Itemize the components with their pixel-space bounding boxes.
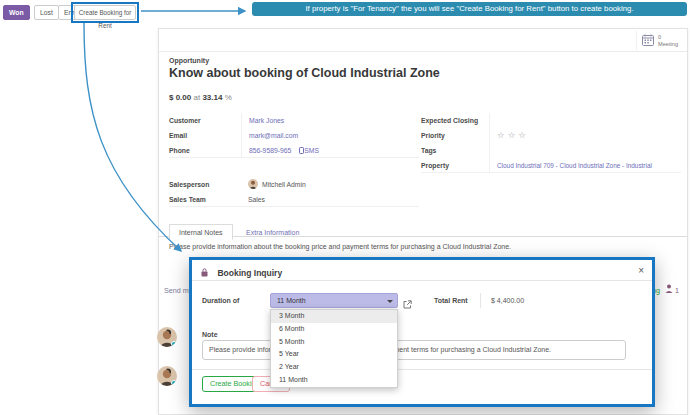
phone-label: Phone [169,143,241,157]
tags-label: Tags [421,143,489,158]
probability-value[interactable]: 33.14 [202,93,222,102]
tab-internal-notes[interactable]: Internal Notes [169,224,233,240]
modal-header: Booking Inquiry × [192,260,652,281]
property-label: Property [421,158,489,172]
sales-team-value[interactable]: Sales [241,192,419,206]
total-rent-label: Total Rent [434,297,468,304]
smart-button-bar: 0Meeting [159,29,687,52]
priority-stars[interactable]: ☆☆☆ [489,128,681,143]
tags-value[interactable] [489,143,681,158]
contact-field-group: Customer Mark Jones Email mark@mail.com … [169,113,419,158]
email-label: Email [169,128,241,143]
tab-extra-information[interactable]: Extra Information [237,225,308,241]
lost-button[interactable]: Lost [34,5,59,20]
message-avatar [157,366,177,386]
salesperson-avatar [248,179,258,189]
caret-down-icon [387,300,393,303]
followers-button[interactable]: 1 [665,283,679,299]
lock-icon [201,262,208,279]
booking-inquiry-modal: Booking Inquiry × Duration of 11 Month T… [189,257,655,407]
notebook-tabs: Internal Notes Extra Information [159,221,687,237]
customer-label: Customer [169,113,241,128]
duration-select[interactable]: 11 Month [270,293,398,308]
duration-selected-value: 11 Month [277,297,306,304]
customer-value[interactable]: Mark Jones [241,113,419,128]
modal-title: Booking Inquiry [217,268,282,278]
right-field-group: Expected Closing Priority ☆☆☆ Tags Prope… [421,113,681,173]
online-status-dot [171,341,177,347]
email-row: Email mark@mail.com [169,128,419,143]
duration-option[interactable]: 11 Month [271,374,397,387]
sms-link[interactable]: SMS [299,147,319,154]
annotation-callout: If property is "For Tenancy" the you wil… [252,2,687,16]
expected-closing-label: Expected Closing [421,113,489,128]
property-link[interactable]: Cloud Industrial 709 - Cloud Industrial … [489,158,681,172]
note-label: Note [202,331,218,338]
email-value[interactable]: mark@mail.com [241,128,419,143]
record-type-label: Opportunity [169,57,209,64]
sales-team-row: Sales Team Sales [169,192,419,207]
star-icon[interactable]: ☆ [497,130,508,140]
create-booking-for-rent-button[interactable]: Create Booking for Rent [74,5,136,20]
duration-option[interactable]: 6 Month [271,323,397,336]
close-icon[interactable]: × [638,260,644,281]
external-link-icon[interactable] [403,295,412,313]
duration-option[interactable]: 2 Year [271,361,397,374]
phone-value[interactable]: 856-9589-965SMS [241,143,419,157]
revenue-amount[interactable]: $ 0.00 [169,93,191,102]
user-icon [665,283,673,299]
phone-row: Phone 856-9589-965SMS [169,143,419,158]
star-icon[interactable]: ☆ [508,130,519,140]
sales-field-group: Salesperson Mitchell Admin Sales Team Sa… [169,177,419,207]
duration-label: Duration of [202,297,239,304]
modal-footer-divider [192,369,652,370]
calendar-icon [642,32,654,50]
expected-closing-row: Expected Closing [421,113,681,128]
meeting-smart-button[interactable]: 0Meeting [636,31,683,50]
total-rent-value: $ 4,400.00 [480,293,524,308]
sales-team-label: Sales Team [169,192,241,206]
salesperson-label: Salesperson [169,177,241,192]
duration-option[interactable]: 5 Year [271,348,397,361]
internal-notes-text: Please provide information about the boo… [169,243,677,250]
priority-row: Priority ☆☆☆ [421,128,681,143]
expected-closing-value[interactable] [489,113,681,128]
property-row: Property Cloud Industrial 709 - Cloud In… [421,158,681,173]
duration-dropdown: 3 Month 6 Month 5 Month 5 Year 2 Year 11… [270,309,398,388]
expected-revenue: $ 0.00 at 33.14 % [169,93,232,102]
priority-label: Priority [421,128,489,143]
tags-row: Tags [421,143,681,158]
duration-option[interactable]: 5 Month [271,336,397,349]
customer-row: Customer Mark Jones [169,113,419,128]
salesperson-row: Salesperson Mitchell Admin [169,177,419,192]
follower-count: 1 [675,283,679,299]
duration-option[interactable]: 3 Month [271,310,397,323]
message-avatar [157,327,177,347]
salesperson-value[interactable]: Mitchell Admin [241,177,419,192]
meeting-count-label: 0Meeting [658,34,678,47]
star-icon[interactable]: ☆ [518,130,529,140]
note-input[interactable]: Please provide information about the boo… [202,340,626,360]
won-button[interactable]: Won [3,5,30,20]
page-title: Know about booking of Cloud Industrial Z… [169,66,440,80]
online-status-dot [171,380,177,386]
